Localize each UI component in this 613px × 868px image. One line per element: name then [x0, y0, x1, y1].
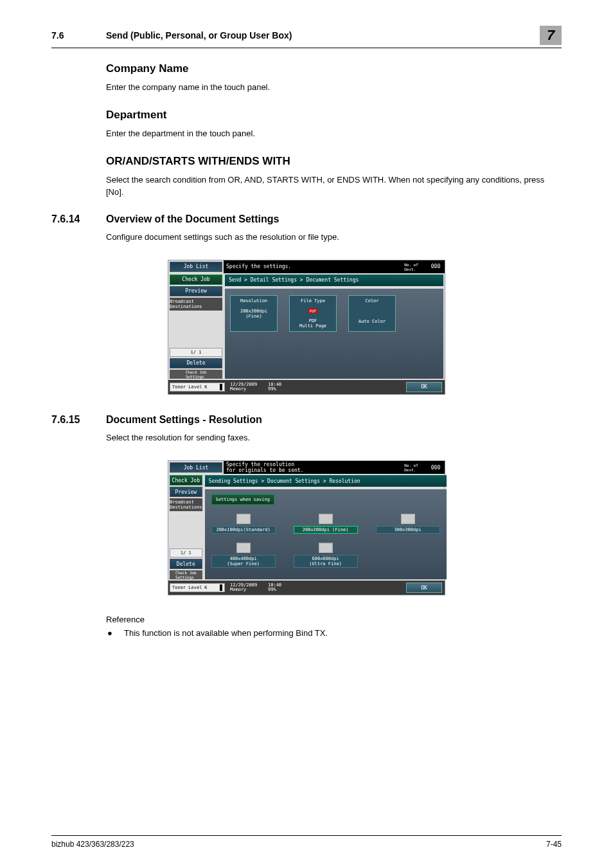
delete-button[interactable]: Delete: [170, 559, 202, 569]
subsection-title-7615: Document Settings - Resolution: [106, 414, 262, 426]
breadcrumb: Sending Settings > Document Settings > R…: [205, 475, 447, 487]
text-7615-body: Select the resolution for sending faxes.: [106, 432, 562, 444]
tile-color[interactable]: Color Auto Color: [348, 295, 396, 332]
resolution-grid-icon: [401, 514, 415, 524]
broadcast-label: Broadcast Destinations: [170, 498, 202, 511]
toner-bar-icon: [220, 384, 222, 390]
toner-level: Toner Level K: [170, 383, 225, 392]
text-department: Enter the department in the touch panel.: [106, 128, 562, 140]
tile-resolution-head: Resolution: [240, 298, 267, 303]
job-list-button[interactable]: Job List: [170, 462, 222, 473]
page-footer: bizhub 423/363/283/223 7-45: [51, 835, 562, 849]
tile-filetype-head: File Type: [301, 298, 325, 303]
dest-count: 000: [427, 461, 445, 474]
pdf-chip-icon: PDF: [308, 309, 318, 313]
panel-document-settings: Job List Specify the settings. No. of De…: [168, 260, 445, 395]
subsection-num-7614: 7.6.14: [51, 213, 106, 225]
settings-when-saving-button[interactable]: Settings when saving: [211, 494, 274, 505]
resolution-grid-icon: [319, 543, 333, 553]
text-search-condition: Select the search condition from OR, AND…: [106, 174, 562, 197]
datetime-label: 12/29/2009 10:40 Memory 99%: [230, 383, 281, 392]
footer-model: bizhub 423/363/283/223: [51, 840, 134, 849]
header-section-num: 7.6: [51, 30, 106, 41]
res-option-200x200[interactable]: 200x200dpi (Fine): [294, 514, 358, 534]
breadcrumb: Send > Detail Settings > Document Settin…: [225, 275, 443, 286]
resolution-grid-icon: [236, 543, 251, 553]
check-job-button[interactable]: Check Job: [170, 475, 202, 485]
reference-bullet-text: This function is not available when perf…: [124, 628, 328, 638]
dest-count: 000: [427, 260, 445, 273]
delete-button[interactable]: Delete: [170, 358, 222, 368]
text-7614-body: Configure document settings such as the …: [106, 231, 562, 243]
footer-page-number: 7-45: [546, 840, 562, 849]
toner-level: Toner Level K: [170, 583, 225, 592]
tile-resolution-value: 200x200dpi (Fine): [240, 309, 267, 319]
toner-bar-icon: [220, 584, 222, 591]
heading-department: Department: [106, 109, 562, 122]
broadcast-label: Broadcast Destinations: [170, 298, 222, 311]
tile-color-head: Color: [365, 298, 378, 303]
res-option-200x100[interactable]: 200x100dpi(Standard): [211, 514, 276, 534]
ok-button[interactable]: OK: [406, 583, 442, 593]
preview-button[interactable]: Preview: [170, 286, 222, 296]
reference-label: Reference: [106, 615, 562, 624]
res-option-300x300[interactable]: 300x300dpi: [376, 514, 440, 534]
res-option-400x400[interactable]: 400x400dpi (Super Fine): [211, 543, 276, 568]
dest-label: No. of Dest.: [396, 461, 427, 474]
tile-color-value: Auto Color: [359, 319, 386, 324]
check-job-settings-button[interactable]: Check Job Settings: [170, 370, 222, 379]
chapter-badge: 7: [540, 26, 562, 45]
header-section-title: Send (Public, Personal, or Group User Bo…: [106, 30, 540, 41]
dest-label: No. of Dest.: [396, 260, 427, 273]
res-option-600x600[interactable]: 600x600dpi (Ultra Fine): [294, 543, 358, 568]
bullet-icon: ●: [106, 628, 124, 638]
subsection-num-7615: 7.6.15: [51, 414, 106, 426]
page-header: 7.6 Send (Public, Personal, or Group Use…: [51, 26, 562, 48]
resolution-grid-icon: [236, 514, 251, 524]
check-job-button[interactable]: Check Job: [170, 275, 222, 285]
text-company-name: Enter the company name in the touch pane…: [106, 82, 562, 93]
specify-label: Specify the settings.: [224, 260, 396, 273]
page-indicator: 1/ 1: [170, 548, 202, 557]
tile-resolution[interactable]: Resolution 200x200dpi (Fine): [230, 295, 278, 332]
job-list-button[interactable]: Job List: [170, 262, 222, 272]
datetime-label: 12/29/2009 10:40 Memory 99%: [230, 583, 281, 592]
heading-company-name: Company Name: [106, 62, 562, 75]
specify-label: Specify the resolution for originals to …: [224, 461, 396, 474]
resolution-grid-icon: [319, 514, 333, 524]
panel-resolution: Job List Specify the resolution for orig…: [168, 460, 445, 595]
heading-search-condition: OR/AND/STARTS WITH/ENDS WITH: [106, 155, 562, 168]
tile-filetype-value: PDF Multi Page: [299, 318, 326, 329]
preview-button[interactable]: Preview: [170, 487, 202, 497]
ok-button[interactable]: OK: [406, 382, 442, 392]
subsection-title-7614: Overview of the Document Settings: [106, 213, 279, 225]
page-indicator: 1/ 1: [170, 348, 222, 357]
check-job-settings-button[interactable]: Check Job Settings: [170, 570, 202, 579]
tile-file-type[interactable]: File Type PDF PDF Multi Page: [289, 295, 337, 332]
